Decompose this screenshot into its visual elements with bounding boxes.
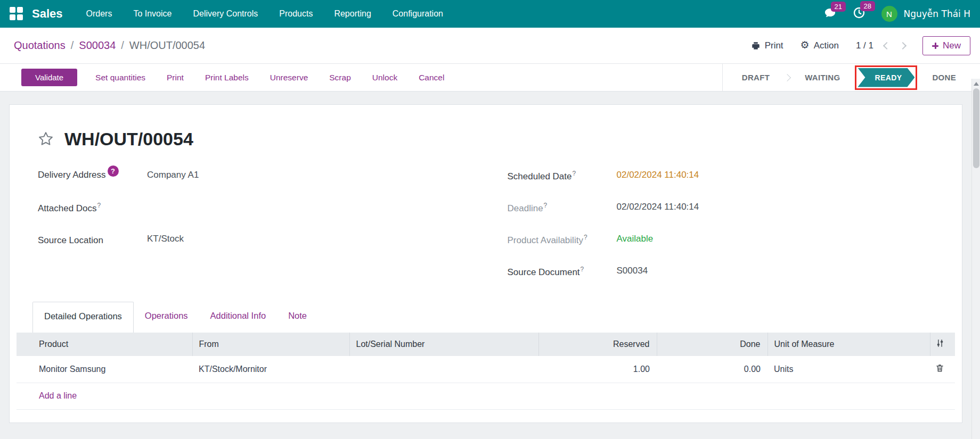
print-label: Print bbox=[765, 40, 783, 51]
field-scheduled-date: Scheduled Date? 02/02/2024 11:40:14 bbox=[508, 170, 950, 181]
breadcrumb-separator: / bbox=[121, 39, 124, 52]
detailed-operations-table: Product From Lot/Serial Number Reserved … bbox=[17, 333, 955, 410]
tab-bar: Detailed Operations Operations Additiona… bbox=[17, 302, 955, 333]
print-labels-button[interactable]: Print Labels bbox=[205, 73, 249, 82]
status-separator-icon bbox=[783, 73, 791, 81]
table-row: Monitor Samsung KT/Stock/Mornitor 1.00 0… bbox=[17, 356, 955, 383]
field-label: Product Availability? bbox=[508, 234, 617, 246]
tab-detailed-operations[interactable]: Detailed Operations bbox=[32, 302, 134, 333]
col-header-product[interactable]: Product bbox=[17, 333, 192, 356]
status-step-ready-active[interactable]: READY bbox=[858, 68, 914, 87]
tab-additional-info[interactable]: Additional Info bbox=[199, 302, 277, 333]
pager-next-icon[interactable] bbox=[899, 42, 907, 49]
cell-lot-serial[interactable] bbox=[349, 356, 538, 383]
user-name[interactable]: Nguyễn Thái H bbox=[904, 9, 970, 19]
field-label: Delivery Address? bbox=[38, 170, 147, 181]
activities-count-badge: 28 bbox=[860, 1, 875, 11]
secondary-actions: Set quantities Print Print Labels Unrese… bbox=[95, 73, 444, 82]
scheduled-date-value[interactable]: 02/02/2024 11:40:14 bbox=[617, 170, 699, 180]
add-line-cell: Add a line bbox=[17, 383, 955, 409]
field-label: Deadline? bbox=[508, 202, 617, 214]
messages-count-badge: 21 bbox=[831, 2, 846, 12]
col-header-lot-serial[interactable]: Lot/Serial Number bbox=[349, 333, 538, 356]
menu-delivery-controls[interactable]: Delivery Controls bbox=[193, 9, 258, 19]
vertical-scrollbar[interactable] bbox=[971, 79, 980, 439]
help-question-icon: ? bbox=[584, 234, 587, 241]
tab-note[interactable]: Note bbox=[277, 302, 318, 333]
help-question-icon: ? bbox=[97, 202, 101, 209]
print-action-button[interactable]: Print bbox=[167, 73, 184, 82]
col-header-uom[interactable]: Unit of Measure bbox=[767, 333, 930, 356]
field-group-left: Delivery Address? Company A1 Attached Do… bbox=[38, 170, 494, 297]
app-name[interactable]: Sales bbox=[32, 7, 63, 21]
print-button[interactable]: Print bbox=[751, 40, 783, 51]
col-header-reserved[interactable]: Reserved bbox=[538, 333, 657, 356]
apps-menu-icon[interactable] bbox=[10, 7, 23, 21]
field-label: Attached Docs? bbox=[38, 202, 147, 214]
delivery-address-value[interactable]: Company A1 bbox=[147, 170, 199, 180]
breadcrumb-s00034[interactable]: S00034 bbox=[79, 39, 116, 52]
optional-columns-button[interactable] bbox=[930, 333, 955, 356]
breadcrumb-separator: / bbox=[71, 39, 74, 52]
printer-icon bbox=[751, 41, 761, 51]
breadcrumb-current: WH/OUT/00054 bbox=[129, 39, 205, 52]
top-right-controls: 21 28 N Nguyễn Thái H bbox=[823, 6, 970, 22]
menu-products[interactable]: Products bbox=[279, 9, 313, 19]
field-attached-docs: Attached Docs? bbox=[38, 202, 494, 213]
field-deadline: Deadline? 02/02/2024 11:40:14 bbox=[508, 202, 950, 213]
gear-icon bbox=[801, 40, 810, 51]
menu-to-invoice[interactable]: To Invoice bbox=[133, 9, 172, 19]
menu-orders[interactable]: Orders bbox=[86, 9, 112, 19]
status-step-waiting[interactable]: WAITING bbox=[805, 73, 840, 82]
tab-operations[interactable]: Operations bbox=[134, 302, 199, 333]
scrollbar-thumb[interactable] bbox=[973, 88, 979, 168]
scroll-up-icon[interactable] bbox=[974, 82, 979, 86]
cancel-button[interactable]: Cancel bbox=[419, 73, 444, 82]
new-button[interactable]: New bbox=[922, 36, 970, 55]
deadline-value[interactable]: 02/02/2024 11:40:14 bbox=[617, 202, 699, 212]
cell-done[interactable]: 0.00 bbox=[657, 356, 767, 383]
status-step-draft[interactable]: DRAFT bbox=[742, 73, 770, 82]
col-header-done[interactable]: Done bbox=[657, 333, 767, 356]
delete-row-button[interactable] bbox=[930, 356, 955, 383]
action-menu-button[interactable]: Action bbox=[801, 40, 839, 51]
new-label: New bbox=[943, 40, 961, 51]
status-step-done[interactable]: DONE bbox=[932, 73, 956, 82]
favorite-star-icon[interactable] bbox=[38, 131, 54, 147]
validate-button[interactable]: Validate bbox=[21, 69, 77, 86]
unreserve-button[interactable]: Unreserve bbox=[270, 73, 308, 82]
activities-button[interactable]: 28 bbox=[853, 6, 865, 21]
set-quantities-button[interactable]: Set quantities bbox=[95, 73, 145, 82]
user-avatar[interactable]: N bbox=[881, 6, 897, 22]
scrap-button[interactable]: Scrap bbox=[329, 73, 351, 82]
cell-reserved[interactable]: 1.00 bbox=[538, 356, 657, 383]
breadcrumb-quotations[interactable]: Quotations bbox=[14, 39, 66, 52]
cell-uom[interactable]: Units bbox=[767, 356, 930, 383]
field-label: Source Document? bbox=[508, 266, 617, 278]
cell-from[interactable]: KT/Stock/Mornitor bbox=[192, 356, 349, 383]
field-group-right: Scheduled Date? 02/02/2024 11:40:14 Dead… bbox=[494, 170, 950, 297]
help-question-icon: ? bbox=[544, 202, 548, 209]
unlock-button[interactable]: Unlock bbox=[372, 73, 397, 82]
menu-reporting[interactable]: Reporting bbox=[334, 9, 371, 19]
cell-product[interactable]: Monitor Samsung bbox=[17, 356, 192, 383]
field-product-availability: Product Availability? Available bbox=[508, 234, 950, 245]
source-document-value[interactable]: S00034 bbox=[617, 266, 648, 276]
cp-buttons: Print Action 1 / 1 New bbox=[751, 36, 970, 55]
messages-button[interactable]: 21 bbox=[823, 7, 837, 21]
product-availability-value[interactable]: Available bbox=[617, 234, 654, 244]
add-a-line-link[interactable]: Add a line bbox=[39, 391, 77, 400]
col-header-from[interactable]: From bbox=[192, 333, 349, 356]
field-label: Source Location bbox=[38, 234, 147, 246]
menu-configuration[interactable]: Configuration bbox=[393, 9, 443, 19]
form-status-bar: Validate Set quantities Print Print Labe… bbox=[0, 64, 980, 92]
source-location-value[interactable]: KT/Stock bbox=[147, 234, 184, 244]
pager-previous-icon[interactable] bbox=[883, 42, 891, 49]
pager-count: 1 / 1 bbox=[856, 40, 873, 51]
plus-icon bbox=[932, 43, 938, 49]
form-sheet: WH/OUT/00054 Delivery Address? Company A… bbox=[9, 104, 962, 423]
field-source-location: Source Location KT/Stock bbox=[38, 234, 494, 245]
help-question-icon: ? bbox=[108, 165, 119, 177]
help-question-icon: ? bbox=[581, 266, 584, 273]
top-nav-bar: Sales Orders To Invoice Delivery Control… bbox=[0, 0, 980, 28]
